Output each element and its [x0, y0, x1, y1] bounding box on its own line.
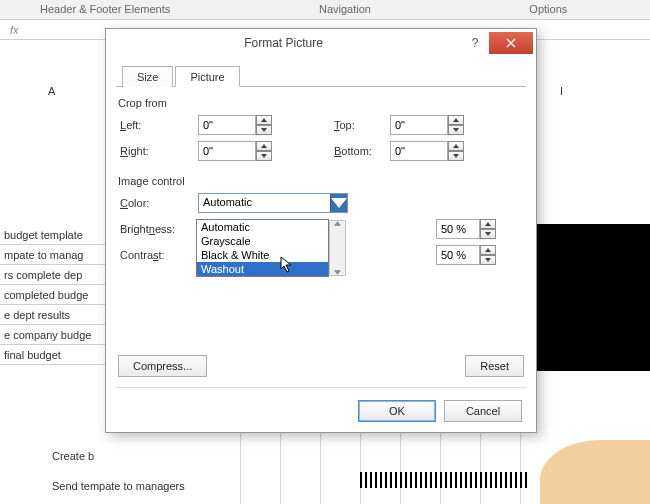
- color-dropdown[interactable]: Automatic Grayscale Black & White Washou…: [196, 219, 329, 277]
- gantt-bar: [537, 224, 650, 371]
- table-row[interactable]: Create b: [52, 450, 94, 462]
- option-grayscale[interactable]: Grayscale: [197, 234, 328, 248]
- spin-up[interactable]: [256, 115, 272, 125]
- top-field[interactable]: [390, 115, 448, 135]
- close-button[interactable]: [489, 32, 533, 54]
- dialog-title: Format Picture: [106, 36, 461, 50]
- left-field[interactable]: [198, 115, 256, 135]
- help-button[interactable]: ?: [461, 32, 489, 54]
- image-control-label: Image control: [118, 175, 526, 187]
- close-icon: [506, 38, 516, 48]
- column-header-A[interactable]: A: [48, 85, 55, 97]
- spin-up[interactable]: [448, 141, 464, 151]
- brightness-input[interactable]: [436, 219, 496, 239]
- ribbon-group-labels: Header & Footer Elements Navigation Opti…: [0, 0, 650, 20]
- top-label: Top:: [334, 119, 390, 131]
- contrast-label: Contrast:: [120, 249, 198, 261]
- reset-button[interactable]: Reset: [465, 355, 524, 377]
- spin-down[interactable]: [480, 255, 496, 265]
- left-label: Left:: [120, 119, 198, 131]
- right-label: Right:: [120, 145, 198, 157]
- spin-up[interactable]: [256, 141, 272, 151]
- chevron-down-icon: [334, 270, 341, 275]
- right-field[interactable]: [198, 141, 256, 161]
- compress-button[interactable]: Compress...: [118, 355, 207, 377]
- bottom-field[interactable]: [390, 141, 448, 161]
- chevron-down-icon[interactable]: [330, 194, 347, 212]
- top-input[interactable]: [390, 115, 470, 135]
- brightness-label: Brightness:: [120, 223, 198, 235]
- ribbon-label: Options: [447, 0, 650, 19]
- color-value: Automatic: [199, 194, 330, 212]
- left-input[interactable]: [198, 115, 278, 135]
- option-automatic[interactable]: Automatic: [197, 220, 328, 234]
- fx-label: fx: [0, 24, 29, 36]
- table-row[interactable]: Send tempate to managers: [52, 480, 185, 492]
- contrast-field[interactable]: [436, 245, 480, 265]
- dialog-tabs: Size Picture: [116, 65, 526, 87]
- spin-up[interactable]: [480, 245, 496, 255]
- option-washout[interactable]: Washout: [197, 262, 328, 276]
- contrast-input[interactable]: [436, 245, 496, 265]
- dialog-titlebar[interactable]: Format Picture ?: [106, 29, 536, 57]
- spin-down[interactable]: [448, 151, 464, 161]
- column-header-I[interactable]: I: [560, 85, 563, 97]
- spin-up[interactable]: [448, 115, 464, 125]
- brightness-field[interactable]: [436, 219, 480, 239]
- separator: [116, 387, 526, 388]
- dropdown-scrollbar[interactable]: [329, 220, 346, 276]
- crop-from-label: Crop from: [118, 97, 526, 109]
- spin-down[interactable]: [480, 229, 496, 239]
- tab-size[interactable]: Size: [122, 66, 173, 87]
- ribbon-label: Navigation: [243, 0, 446, 19]
- bottom-label: Bottom:: [334, 145, 390, 157]
- color-label: Color:: [120, 197, 198, 209]
- spin-down[interactable]: [256, 125, 272, 135]
- ribbon-label: Header & Footer Elements: [0, 0, 243, 19]
- spin-down[interactable]: [448, 125, 464, 135]
- spin-down[interactable]: [256, 151, 272, 161]
- gantt-bar: [360, 472, 530, 488]
- color-combo[interactable]: Automatic: [198, 193, 348, 213]
- gantt-bar: [540, 440, 650, 504]
- option-black-white[interactable]: Black & White: [197, 248, 328, 262]
- right-input[interactable]: [198, 141, 278, 161]
- spin-up[interactable]: [480, 219, 496, 229]
- bottom-input[interactable]: [390, 141, 470, 161]
- cancel-button[interactable]: Cancel: [444, 400, 522, 422]
- ok-button[interactable]: OK: [358, 400, 436, 422]
- chevron-up-icon: [334, 221, 341, 226]
- tab-picture[interactable]: Picture: [175, 66, 239, 87]
